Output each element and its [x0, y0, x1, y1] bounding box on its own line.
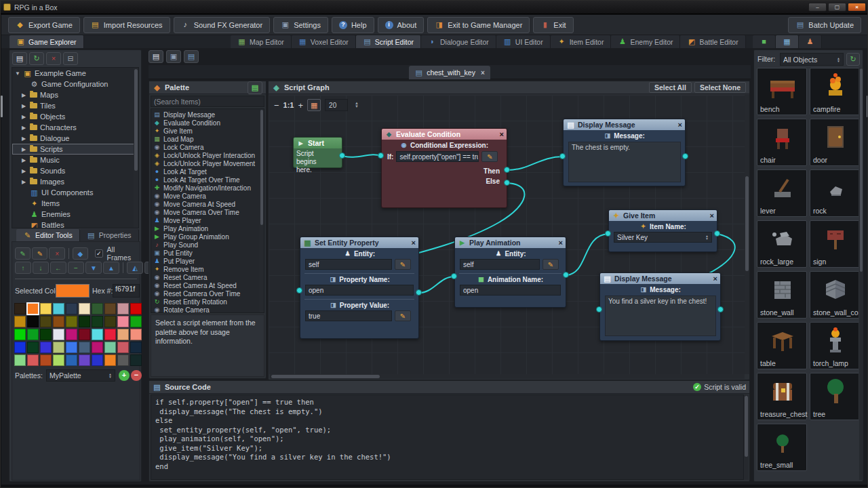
tab-chest-with-key[interactable]: ▤ chest_with_key ×	[409, 66, 490, 79]
palette-item-move-camera-over-time[interactable]: ◉Move Camera Over Time	[151, 208, 264, 216]
tree-item-ui-components[interactable]: ▥UI Components	[12, 187, 138, 198]
color-swatch[interactable]	[27, 354, 39, 366]
minimize-button[interactable]: –	[808, 3, 827, 12]
palette-item-give-item[interactable]: ✦Give Item	[151, 127, 264, 135]
chevron-right-icon[interactable]: ▶	[22, 92, 27, 98]
palettes-dropdown[interactable]: MyPalette▲▼	[46, 369, 115, 382]
tree-item-example-game[interactable]: ▼▣Example Game	[12, 68, 138, 79]
color-swatch[interactable]	[14, 354, 26, 366]
select-all-button[interactable]: Select All	[649, 82, 692, 93]
color-swatch[interactable]	[66, 316, 77, 327]
shrink-button[interactable]: −	[68, 262, 84, 274]
raise-button[interactable]: ▲	[103, 262, 119, 274]
maximize-button[interactable]: ▢	[828, 3, 846, 12]
close-tab-icon[interactable]: ×	[481, 69, 485, 77]
menu-item-export-game[interactable]: ◆Export Game	[8, 17, 80, 33]
chevron-right-icon[interactable]: ▶	[22, 168, 27, 174]
menu-item-exit[interactable]: ▮Exit	[533, 17, 573, 33]
color-swatch[interactable]	[40, 303, 52, 314]
color-swatch[interactable]	[92, 329, 103, 340]
close-node-icon[interactable]: ×	[713, 274, 717, 283]
tree-item-characters[interactable]: ▶Characters	[12, 122, 138, 133]
palette-dock-button[interactable]: ▤	[248, 81, 262, 94]
palette-item-reset-camera-at-speed[interactable]: ◉Reset Camera At Speed	[151, 281, 264, 289]
color-swatch[interactable]	[130, 329, 142, 340]
node-port[interactable]	[714, 230, 720, 237]
node-port[interactable]	[504, 180, 510, 186]
color-swatch[interactable]	[104, 342, 116, 353]
asset-tile-chair[interactable]: chair	[757, 119, 807, 166]
edit-entity-button[interactable]: ✎	[395, 259, 411, 270]
node-port[interactable]	[378, 152, 384, 159]
condition-expression-input[interactable]: self.property["open"] == true	[396, 151, 479, 162]
color-swatch[interactable]	[27, 316, 39, 327]
color-swatch[interactable]	[104, 316, 116, 327]
asset-tile-tree[interactable]: tree	[810, 373, 859, 420]
color-swatch[interactable]	[104, 303, 116, 314]
palette-item-reset-camera[interactable]: ◉Reset Camera	[151, 273, 264, 281]
graph-hscrollbar[interactable]	[271, 375, 380, 378]
tab-game-explorer[interactable]: ▣Game Explorer	[9, 35, 84, 48]
color-swatch[interactable]	[27, 342, 39, 353]
new-script-button[interactable]: ▤	[149, 50, 163, 63]
node-give-item[interactable]: ✦Give Item× ✦Item Name: Silver Key▲▼	[608, 209, 717, 252]
color-swatch[interactable]	[130, 354, 142, 366]
close-node-icon[interactable]: ×	[678, 121, 682, 129]
color-swatch[interactable]	[117, 303, 129, 314]
tiles-tab[interactable]: ■	[753, 35, 776, 48]
batch-update-button[interactable]: ▤Batch Update	[788, 17, 861, 33]
message-textarea[interactable]: You find a silver key in the chest!	[605, 296, 716, 336]
asset-tile-rock[interactable]: rock	[810, 169, 859, 217]
asset-tile-lever[interactable]: lever	[757, 169, 807, 217]
tab-map-editor[interactable]: ▦Map Editor	[231, 35, 292, 48]
color-swatch[interactable]	[117, 342, 129, 353]
color-swatch[interactable]	[66, 329, 77, 340]
color-swatch[interactable]	[130, 316, 142, 327]
tree-item-items[interactable]: ✦Items	[12, 198, 138, 209]
message-textarea[interactable]: The chest is empty.	[568, 142, 681, 182]
color-swatch[interactable]	[117, 316, 129, 327]
node-play-animation[interactable]: ▶Play Animation× ♟Entity: self ✎ ▦Animat…	[454, 237, 566, 308]
color-swatch[interactable]	[66, 354, 77, 366]
nudge-up-button[interactable]: ↑	[15, 262, 31, 274]
search-input[interactable]	[151, 96, 264, 107]
node-port[interactable]	[339, 152, 345, 159]
close-node-icon[interactable]: ×	[710, 211, 714, 220]
node-set-entity-property[interactable]: ▦Set Entity Property× ♟Entity: self ✎ ◨P…	[300, 237, 419, 339]
assets-scrollbar[interactable]	[860, 68, 863, 272]
entity-input[interactable]: self	[305, 259, 392, 270]
paint-tool[interactable]: ✎	[32, 247, 47, 260]
node-display-message-2[interactable]: ▤Display Message× ◨Message: You find a s…	[599, 272, 721, 341]
palette-item-put-entity[interactable]: ▣Put Entity	[151, 249, 264, 257]
nudge-down-button[interactable]: ↓	[33, 262, 49, 274]
tree-scrollbar[interactable]	[134, 69, 138, 171]
fill-tool[interactable]: ◆	[73, 247, 88, 260]
save-as-button[interactable]: ▤	[184, 50, 199, 63]
select-none-button[interactable]: Select None	[694, 82, 746, 93]
edit-value-button[interactable]: ✎	[395, 310, 411, 321]
palette-item-display-message[interactable]: ▤Display Message	[151, 110, 264, 119]
edit-entity-button[interactable]: ✎	[542, 259, 559, 270]
color-swatch[interactable]	[130, 342, 142, 353]
remove-palette-button[interactable]: −	[131, 370, 142, 381]
palette-item-put-player[interactable]: ♟Put Player	[151, 257, 264, 265]
color-swatch[interactable]	[14, 303, 26, 314]
asset-tile-treasure_chest[interactable]: treasure_chest	[757, 373, 807, 420]
asset-tile-stone_wall[interactable]: stone_wall	[757, 271, 807, 319]
tree-item-game-configuration[interactable]: ⚙Game Configuration	[12, 79, 138, 89]
palette-item-lock-unlock-player-movement[interactable]: ◈Lock/Unlock Player Movement	[151, 159, 264, 167]
node-port[interactable]	[682, 153, 688, 159]
palette-item-move-camera-at-speed[interactable]: ◉Move Camera At Speed	[151, 200, 264, 208]
tab-item-editor[interactable]: ✦Item Editor	[551, 35, 612, 48]
tree-item-enemies[interactable]: ♟Enemies	[12, 209, 138, 220]
script-graph-canvas[interactable]: ▶Start Script begins here. ◆Evaluate Con…	[269, 95, 745, 374]
color-swatch[interactable]	[14, 316, 26, 327]
asset-tile-stone_wall_cor[interactable]: stone_wall_cor	[810, 271, 859, 319]
palette-item-modify-navigation-interaction[interactable]: ✚Modify Navigation/Interaction	[151, 184, 264, 192]
tab-enemy-editor[interactable]: ♟Enemy Editor	[611, 35, 680, 48]
color-swatch[interactable]	[104, 329, 116, 340]
edit-expression-button[interactable]: ✎	[481, 151, 498, 162]
entity-input[interactable]: self	[460, 259, 540, 270]
tab-ui-editor[interactable]: ▥UI Editor	[496, 35, 551, 48]
color-swatch[interactable]	[66, 342, 77, 353]
